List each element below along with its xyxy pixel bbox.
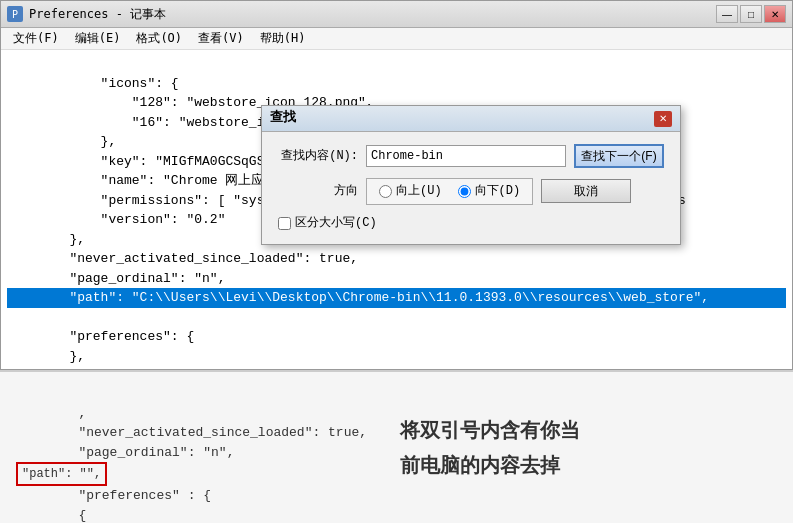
editor-area[interactable]: "icons": { "128": "webstore_icon_128.png…: [1, 50, 792, 369]
maximize-button[interactable]: □: [740, 5, 762, 23]
radio-down-label: 向下(D): [475, 183, 521, 200]
tutorial-line-1: 将双引号内含有你当: [400, 417, 740, 444]
menu-format[interactable]: 格式(O): [128, 28, 190, 49]
menu-edit[interactable]: 编辑(E): [67, 28, 129, 49]
case-row: 区分大小写(C): [278, 215, 664, 232]
find-dialog-body: 查找内容(N): 查找下一个(F) 方向 向上(U) 向下(D): [262, 132, 680, 244]
app-icon: P: [7, 6, 23, 22]
direction-row-outer: 方向 向上(U) 向下(D) 取消: [278, 178, 664, 205]
radio-up-input[interactable]: [379, 185, 392, 198]
search-input[interactable]: [366, 145, 566, 167]
menubar: 文件(F) 编辑(E) 格式(O) 查看(V) 帮助(H): [1, 28, 792, 50]
direction-label: 方向: [278, 183, 358, 200]
radio-down-input[interactable]: [458, 185, 471, 198]
titlebar-buttons: — □ ✕: [716, 5, 786, 23]
cancel-button[interactable]: 取消: [541, 179, 631, 203]
notepad-window: P Preferences - 记事本 — □ ✕ 文件(F) 编辑(E) 格式…: [0, 0, 793, 370]
direction-group: 向上(U) 向下(D): [366, 178, 533, 205]
window-title: Preferences - 记事本: [29, 6, 710, 23]
search-row: 查找内容(N): 查找下一个(F): [278, 144, 664, 168]
close-button[interactable]: ✕: [764, 5, 786, 23]
radio-up-label: 向上(U): [396, 183, 442, 200]
find-dialog: 查找 ✕ 查找内容(N): 查找下一个(F) 方向 向上(U): [261, 105, 681, 245]
tutorial-line-2: 前电脑的内容去掉: [400, 452, 740, 479]
minimize-button[interactable]: —: [716, 5, 738, 23]
menu-file[interactable]: 文件(F): [5, 28, 67, 49]
case-checkbox[interactable]: [278, 217, 291, 230]
bottom-section: , "never_activated_since_loaded": true, …: [0, 370, 793, 523]
bottom-right: 将双引号内含有你当 前电脑的内容去掉: [380, 372, 760, 523]
find-dialog-close[interactable]: ✕: [654, 111, 672, 127]
radio-up[interactable]: 向上(U): [379, 183, 442, 200]
find-dialog-title: 查找: [270, 109, 296, 127]
case-label: 区分大小写(C): [295, 215, 377, 232]
radio-down[interactable]: 向下(D): [458, 183, 521, 200]
bottom-left: , "never_activated_since_loaded": true, …: [0, 372, 380, 523]
find-dialog-titlebar: 查找 ✕: [262, 106, 680, 132]
find-next-button[interactable]: 查找下一个(F): [574, 144, 664, 168]
search-label: 查找内容(N):: [278, 148, 358, 165]
menu-help[interactable]: 帮助(H): [252, 28, 314, 49]
titlebar: P Preferences - 记事本 — □ ✕: [1, 1, 792, 28]
menu-view[interactable]: 查看(V): [190, 28, 252, 49]
bottom-code: , "never_activated_since_loaded": true, …: [16, 384, 364, 523]
path-highlight-box: "path": "",: [16, 462, 107, 486]
